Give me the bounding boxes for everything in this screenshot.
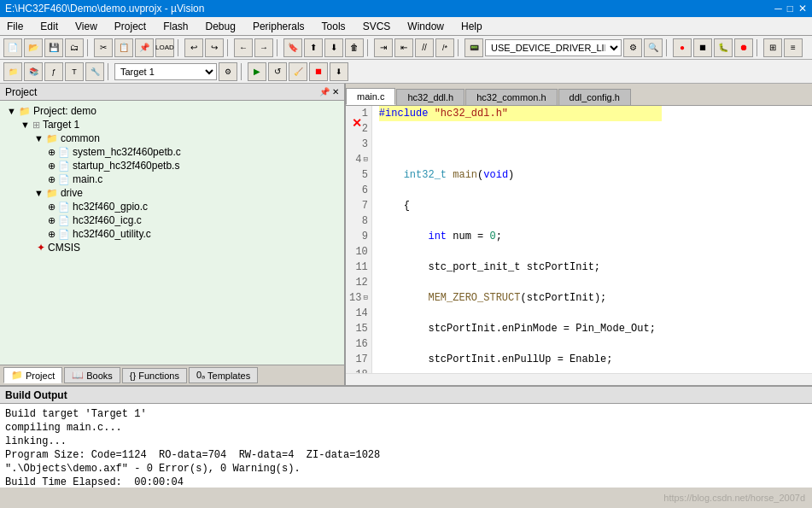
back-btn[interactable]: ← [234,38,253,57]
tree-utility-file[interactable]: ⊕ 📄 hc32f460_utility.c [3,227,341,241]
uncomment-btn[interactable]: /* [435,38,454,57]
menu-debug[interactable]: Debug [202,20,239,33]
open-btn[interactable]: 📂 [24,38,43,57]
menu-view[interactable]: View [72,20,101,33]
target-settings-btn[interactable]: ⚙ [219,62,237,81]
comment-btn[interactable]: // [415,38,434,57]
project-tree[interactable]: ▼ 📁 Project: demo ▼ ⊞ Target 1 ▼ 📁 commo… [0,101,344,365]
toolbar-1: 📄 📂 💾 🗂 ✂ 📋 📌 LOAD ↩ ↪ ← → 🔖 ⬆ ⬇ 🗑 ⇥ ⇤ /… [0,36,812,60]
copy-btn[interactable]: 📋 [114,38,133,57]
ed-tab-ddl[interactable]: hc32_ddl.h [396,89,464,105]
menu-project[interactable]: Project [111,20,149,33]
menu-flash[interactable]: Flash [160,20,191,33]
editor-area: main.c hc32_ddl.h hc32_common.h ddl_conf… [346,84,812,385]
build-btn[interactable]: ▶ [248,62,266,81]
extra2-btn[interactable]: 🔧 [85,62,104,81]
proj-win-btn[interactable]: 📁 [3,62,22,81]
undo-btn[interactable]: ↩ [184,38,203,57]
build-output[interactable]: Build target 'Target 1' compiling main.c… [0,404,812,488]
clean-btn[interactable]: 🧹 [289,62,307,81]
minimize-btn[interactable]: ─ [774,3,782,15]
outdent-btn[interactable]: ⇤ [394,38,413,57]
run-btn[interactable]: ● [673,38,692,57]
title-text: E:\HC32F460\Demo\demo.uvprojx - µVision [5,3,204,15]
ed-tab-common[interactable]: hc32_common.h [465,89,557,105]
stop-btn[interactable]: ⏹ [693,38,712,57]
tree-gpio-file[interactable]: ⊕ 📄 hc32f460_gpio.c [3,200,341,213]
next-bookmark-btn[interactable]: ⬇ [324,38,343,57]
editor-scrollbar-h[interactable] [346,373,812,385]
menu-help[interactable]: Help [458,20,486,33]
tree-icg-file[interactable]: ⊕ 📄 hc32f460_icg.c [3,213,341,227]
tree-cmsis[interactable]: ✦ CMSIS [3,241,341,254]
menu-tools[interactable]: Tools [318,20,349,33]
menu-window[interactable]: Window [404,20,447,33]
extra-btn[interactable]: ≡ [784,38,803,57]
rebuild-btn[interactable]: ↺ [268,62,287,81]
ed-tab-main[interactable]: main.c [346,88,395,105]
bookmark-btn[interactable]: 🔖 [283,38,302,57]
sep5 [367,39,371,56]
debug-stop-btn[interactable]: ⏺ [734,38,753,57]
cut-btn[interactable]: ✂ [94,38,113,57]
line-num-4: 4 [355,152,361,167]
device-btn[interactable]: 📟 [464,38,483,57]
tree-drive-folder[interactable]: ▼ 📁 drive [3,186,341,200]
tree-target1[interactable]: ▼ ⊞ Target 1 [3,118,341,131]
panel-close-icon[interactable]: ✕ [332,87,339,96]
prev-bookmark-btn[interactable]: ⬆ [304,38,323,57]
fwd-btn[interactable]: → [254,38,273,57]
new-btn[interactable]: 📄 [3,38,22,57]
tree-system-file[interactable]: ⊕ 📄 system_hc32f460petb.c [3,145,341,159]
code-editor[interactable]: #include "hc32_ddl.h" int32_t main(void)… [372,106,669,373]
tab-books[interactable]: 📖 Books [64,367,120,383]
download-btn[interactable]: ⬇ [330,62,348,81]
fold-icon-13[interactable]: ⊟ [363,290,367,306]
main-area: Project 📌 ✕ ▼ 📁 Project: demo ▼ ⊞ Target… [0,84,812,385]
menu-peripherals[interactable]: Peripherals [249,20,308,33]
tree-common-folder[interactable]: ▼ 📁 common [3,131,341,145]
save-all-btn[interactable]: 🗂 [65,38,84,57]
tree-main-file[interactable]: ⊕ 📄 main.c [3,172,341,186]
stop-build-btn[interactable]: ⏹ [309,62,328,81]
device-select[interactable]: USE_DEVICE_DRIVER_LIB [485,39,622,56]
toolbar-2: 📁 📚 ƒ T 🔧 Target 1 ⚙ ▶ ↺ 🧹 ⏹ ⬇ [0,60,812,84]
fold-icon-4[interactable]: ⊟ [363,152,367,167]
debug-start-btn[interactable]: 🐛 [714,38,733,57]
load-btn[interactable]: LOAD [155,38,174,57]
save-btn[interactable]: 💾 [44,38,63,57]
tab-functions[interactable]: {} Functions [122,368,187,383]
build-line-2: compiling main.c... [5,421,807,435]
maximize-btn[interactable]: □ [787,3,793,15]
settings-btn[interactable]: ⚙ [623,38,642,57]
clear-bookmark-btn[interactable]: 🗑 [345,38,364,57]
target1-expand-icon: ▼ [20,120,30,130]
tab-templates[interactable]: 0ₐ Templates [189,367,258,383]
tmpl-win-btn[interactable]: T [65,62,84,81]
ed-tab-common-label: hc32_common.h [476,92,546,102]
tree-project-root[interactable]: ▼ 📁 Project: demo [3,104,341,118]
menu-file[interactable]: File [3,20,26,33]
code-scroll[interactable]: 1 2 3 4 ⊟ 5 6 7 [346,106,812,373]
tab-project-label: Project [26,371,55,381]
menu-svcs[interactable]: SVCS [359,20,394,33]
search-btn[interactable]: 🔍 [644,38,663,57]
menu-edit[interactable]: Edit [37,20,61,33]
close-btn[interactable]: ✕ [798,3,807,15]
bk-win-btn[interactable]: 📚 [24,62,43,81]
redo-btn[interactable]: ↪ [205,38,224,57]
fn-win-btn[interactable]: ƒ [44,62,63,81]
target1-label: Target 1 [43,119,79,131]
line-num-3: 3 [362,137,368,152]
panel-pin-icon[interactable]: 📌 [319,87,330,96]
windows-btn[interactable]: ⊞ [763,38,782,57]
tab-project[interactable]: 📁 Project [3,367,62,383]
sep10 [241,63,244,80]
line-num-12: 12 [355,275,367,290]
paste-btn[interactable]: 📌 [135,38,154,57]
ed-tab-config[interactable]: ddl_config.h [558,89,631,105]
tree-startup-file[interactable]: ⊕ 📄 startup_hc32f460petb.s [3,159,341,172]
target-select[interactable]: Target 1 [114,63,217,80]
indent-btn[interactable]: ⇥ [374,38,393,57]
tab-functions-label: Functions [138,371,179,381]
